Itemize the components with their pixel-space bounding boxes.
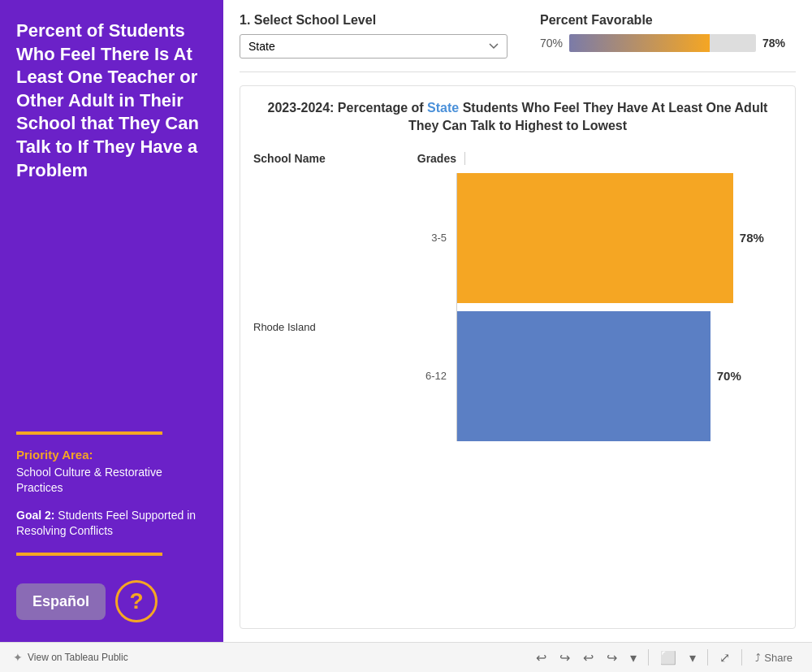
tableau-link-text: View on Tableau Public (28, 652, 128, 663)
priority-label: Priority Area: (16, 448, 207, 462)
sidebar-divider-bottom (16, 553, 162, 556)
pf-label: Percent Favorable (540, 13, 800, 28)
pf-bar-row: 70% 78% (540, 34, 800, 52)
bar-fill-orange (456, 173, 733, 303)
school-name-column: Rhode Island (253, 173, 359, 441)
chart-section: 2023-2024: Percentage of State Students … (240, 85, 796, 629)
chart-title: 2023-2024: Percentage of State Students … (253, 99, 782, 136)
toolbar-controls: ↩ ↪ ↩ ↪ ▾ ⬜ ▾ ⤢ ⤴ Share (531, 647, 799, 669)
chart-title-prefix: 2023-2024: Percentage of (268, 101, 428, 115)
bottom-toolbar: ✦ View on Tableau Public ↩ ↪ ↩ ↪ ▾ ⬜ ▾ ⤢… (0, 642, 812, 672)
back-button[interactable]: ↩ (578, 647, 598, 669)
sidebar-buttons: Español ? (16, 580, 207, 622)
bar-wrapper-3-5: 78% (456, 173, 782, 303)
undo-button[interactable]: ↩ (531, 647, 551, 669)
bar-row-6-12: 6-12 70% (359, 311, 782, 441)
bar-value-3-5: 78% (740, 231, 764, 245)
chart-title-suffix: Students Who Feel They Have At Least One… (408, 101, 767, 132)
select-label: 1. Select School Level (240, 13, 508, 28)
chart-data-area: Rhode Island 3-5 78% 6-12 (253, 173, 782, 441)
chart-title-highlight: State (427, 101, 459, 115)
pf-max: 78% (762, 37, 785, 50)
view-dropdown[interactable]: ▾ (685, 647, 701, 669)
help-button[interactable]: ? (115, 580, 158, 622)
sidebar-title: Percent of Students Who Feel There Is At… (16, 20, 207, 182)
toolbar-divider-3 (741, 649, 742, 665)
bar-row-3-5: 3-5 78% (359, 173, 782, 303)
col-grades-header: Grades (417, 152, 456, 165)
divider-line (456, 173, 457, 441)
bar-value-6-12: 70% (717, 369, 741, 383)
share-icon: ⤴ (755, 652, 761, 664)
espanol-button[interactable]: Español (16, 583, 106, 620)
toolbar-divider-2 (707, 649, 708, 665)
forward-button[interactable]: ↪ (602, 647, 622, 669)
top-section: 1. Select School Level State District Sc… (240, 13, 796, 72)
content-area: 1. Select School Level State District Sc… (223, 0, 812, 642)
grade-label-6-12: 6-12 (359, 370, 456, 382)
grade-label-3-5: 3-5 (359, 232, 456, 244)
sidebar-divider-top (16, 431, 162, 435)
pf-bar-fill (569, 34, 710, 52)
expand-button[interactable]: ⤢ (715, 647, 735, 669)
bar-fill-blue (456, 311, 710, 441)
sidebar: Percent of Students Who Feel There Is At… (0, 0, 223, 642)
priority-value: School Culture & Restorative Practices (16, 465, 207, 496)
tableau-link[interactable]: ✦ View on Tableau Public (13, 651, 128, 664)
redo-button[interactable]: ↪ (555, 647, 575, 669)
school-level-select[interactable]: State District School (240, 34, 508, 59)
bar-wrapper-6-12: 70% (456, 311, 782, 441)
share-label: Share (764, 652, 793, 664)
pf-min: 70% (540, 37, 563, 50)
percent-favorable-group: Percent Favorable 70% 78% (540, 13, 800, 52)
school-name-rhode-island: Rhode Island (253, 321, 316, 333)
view-button[interactable]: ⬜ (655, 647, 681, 669)
forward-dropdown[interactable]: ▾ (625, 647, 641, 669)
tableau-icon: ✦ (13, 651, 23, 664)
pf-bar-container (569, 34, 756, 52)
toolbar-divider-1 (648, 649, 649, 665)
share-button[interactable]: ⤴ Share (749, 648, 799, 667)
goal-text: Goal 2: Students Feel Supported in Resol… (16, 508, 207, 540)
col-school-header: School Name (253, 152, 326, 165)
bars-column: 3-5 78% 6-12 70% (359, 173, 782, 441)
select-group: 1. Select School Level State District Sc… (240, 13, 508, 59)
goal-bold: Goal 2: (16, 509, 54, 522)
